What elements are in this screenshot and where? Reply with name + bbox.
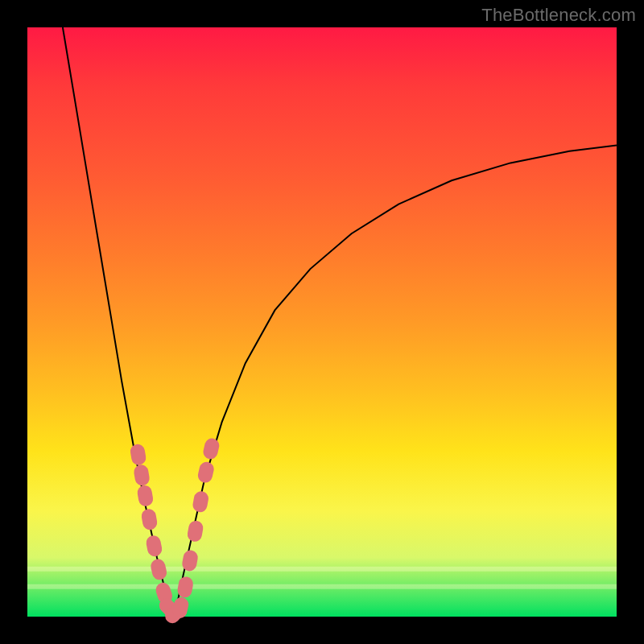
light-band: [27, 567, 617, 572]
curve-right-branch: [175, 145, 617, 617]
bead-group: [130, 437, 221, 626]
light-band: [27, 584, 617, 589]
bead: [196, 460, 215, 484]
bead: [136, 485, 154, 508]
bead: [192, 490, 209, 514]
bead: [202, 437, 221, 460]
watermark-text: TheBottleneck.com: [481, 5, 636, 26]
accent-bands: [27, 567, 617, 589]
svg-rect-0: [130, 443, 147, 466]
curve-left-branch: [63, 27, 175, 617]
svg-rect-3: [140, 508, 158, 531]
bead: [145, 535, 163, 558]
outer-frame: TheBottleneck.com: [0, 0, 644, 644]
svg-rect-1: [133, 464, 151, 487]
svg-rect-14: [196, 460, 215, 484]
svg-rect-15: [202, 437, 221, 460]
svg-rect-4: [145, 535, 163, 558]
chart-overlay: [27, 27, 617, 617]
bead: [130, 443, 147, 466]
svg-rect-2: [136, 485, 154, 508]
bead: [140, 508, 158, 531]
svg-rect-13: [192, 490, 209, 514]
svg-rect-12: [186, 520, 204, 543]
bead: [133, 464, 151, 487]
svg-rect-5: [150, 558, 168, 581]
bead: [186, 520, 204, 543]
bead: [150, 558, 168, 581]
